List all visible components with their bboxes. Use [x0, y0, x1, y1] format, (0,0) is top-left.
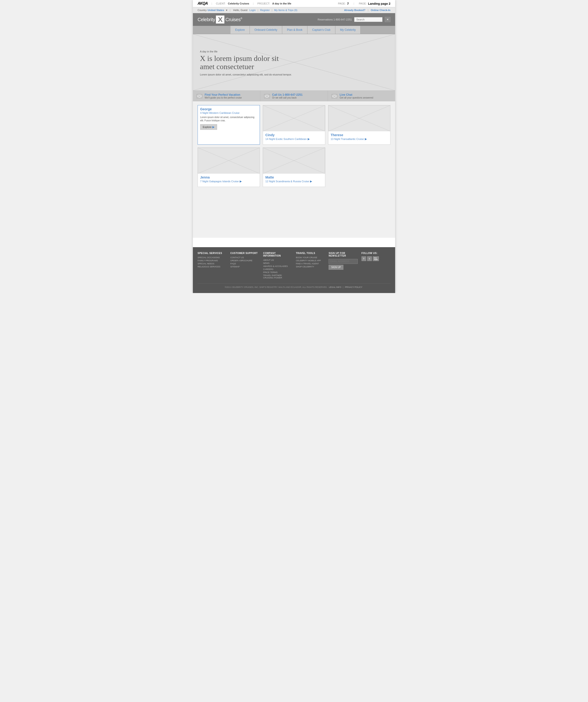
hello-text: Hello, Guest [233, 9, 248, 11]
footer-link-mobile[interactable]: CELEBRITY MOBILE APP [296, 259, 325, 262]
cruise-card-matte: Matte 12 Night Scandinavia & Russia Crui… [263, 147, 325, 187]
card-cruise-therese[interactable]: 13 Night Transatlantic Cruise ▶ [331, 137, 388, 141]
cta-item-call[interactable]: Call Us 1-800-647-2251 Or we will call y… [260, 91, 328, 101]
footer-link-special-needs[interactable]: SPECIAL NEEDS [198, 262, 227, 265]
my-items-link[interactable]: My Items & Trips (9) [274, 9, 297, 11]
content-spacer [193, 191, 395, 238]
footer-col-support: CUSTOMER SUPPORT CONTACT US ORDER A BROC… [230, 252, 259, 279]
explore-button-george[interactable]: Explore ▶ [200, 124, 217, 130]
nav-spacer [193, 26, 231, 34]
nav-item-plan[interactable]: Plan & Book [282, 26, 308, 34]
footer-link-sitemap[interactable]: SITEMAP [230, 265, 259, 268]
footer-title-newsletter: SIGN UP FOR NEWSLETTER [329, 252, 357, 257]
card-cruise-george[interactable]: 4 Night Western Caribbean Cruise [200, 111, 257, 114]
logo-left: Celebrity [198, 17, 215, 22]
project-label: PROJECT: [257, 2, 270, 5]
follow-icons: f t YouTube [361, 256, 390, 261]
facebook-icon[interactable]: f [361, 256, 366, 261]
utility-right: Already Booked? | Online Check-In [344, 9, 390, 11]
cta-title-2: Call Us 1-800-647-2251 [272, 93, 303, 96]
cta-envelope-icon-3 [332, 94, 337, 98]
footer-link-partner[interactable]: TRAVEL PARTNER: CRUISING POWER [263, 274, 292, 279]
footer-link-price[interactable]: PRICE TERMS [263, 271, 292, 273]
card-body-matte: Matte 12 Night Scandinavia & Russia Crui… [263, 173, 325, 187]
footer-link-brochure[interactable]: ORDER A BROCHURE [230, 259, 259, 262]
legal-info-link[interactable]: LEGAL INFO [329, 286, 341, 288]
search-button[interactable]: ✕ [385, 17, 390, 22]
agency-divider2: | [253, 2, 253, 5]
newsletter-email-input[interactable] [329, 259, 357, 264]
hero-subtitle: A day in the life [200, 50, 294, 53]
agency-logo: AKQA [198, 1, 208, 6]
footer-col-newsletter: SIGN UP FOR NEWSLETTER SIGN UP [329, 252, 357, 279]
footer-link-agent[interactable]: FIND A TRAVEL AGENT [296, 262, 325, 265]
privacy-policy-link[interactable]: PRIVACY POLICY [345, 286, 362, 288]
footer: SPECIAL SERVICES SPECIAL OCCASIONS FAMIL… [193, 247, 395, 293]
cta-text-2: Call Us 1-800-647-2251 Or we will call y… [272, 93, 303, 99]
cta-item-chat[interactable]: Live Chat Get all your questions answere… [328, 91, 395, 101]
main-content: George 4 Night Western Caribbean Cruise … [193, 101, 395, 191]
twitter-icon[interactable]: t [367, 256, 372, 261]
footer-link-shop[interactable]: SHOP CELEBRITY [296, 265, 325, 268]
card-image-jenna [198, 148, 260, 173]
cruise-card-therese: Therese 13 Night Transatlantic Cruise ▶ [328, 105, 390, 145]
card-image-cindy [263, 105, 325, 131]
card-cruise-cindy[interactable]: 14 Night Exotic Southern Caribbean ▶ [265, 137, 323, 141]
utility-sep3: | [272, 9, 272, 11]
footer-link-about[interactable]: ABOUT US [263, 259, 292, 261]
card-body-george: George 4 Night Western Caribbean Cruise … [198, 105, 260, 132]
country-label: Country [198, 9, 207, 11]
youtube-icon[interactable]: YouTube [373, 256, 379, 261]
page-label2: PAGE: [359, 2, 367, 5]
footer-link-awards[interactable]: AWARDS & ACCOLADES [263, 265, 292, 267]
footer-link-faqs[interactable]: FAQS [230, 262, 259, 265]
card-name-george: George [200, 107, 257, 111]
card-body-therese: Therese 13 Night Transatlantic Cruise ▶ [328, 131, 390, 144]
footer-link-occasions[interactable]: SPECIAL OCCASIONS [198, 256, 227, 259]
project-value: A day in the life [272, 2, 291, 5]
cruise-card-george: George 4 Night Western Caribbean Cruise … [198, 105, 260, 145]
page-info2: PAGE: Landing page 2 [359, 2, 390, 5]
utility-sep4: | [368, 9, 368, 11]
footer-col-company: COMPANY INFORMATION ABOUT US NEWS AWARDS… [263, 252, 292, 279]
online-checkin-link[interactable]: Online Check-In [371, 9, 390, 11]
explore-label: Explore [203, 126, 212, 128]
main-nav: Explore Onboard Celebrity Plan & Book Ca… [193, 26, 395, 34]
cta-strip: Find Your Perfect Vacation We'll guide y… [193, 91, 395, 101]
footer-link-family[interactable]: FAMILY PROGRAMS [198, 259, 227, 262]
cta-item-vacation[interactable]: Find Your Perfect Vacation We'll guide y… [193, 91, 260, 101]
card-cruise-matte[interactable]: 12 Night Scandinavia & Russia Cruise ▶ [265, 180, 323, 183]
utility-bar: Country United States ▼ | Hello, Guest L… [193, 7, 395, 13]
footer-bottom: ©2011 CELEBRITY CRUISES, INC. SHIP'S REG… [198, 283, 390, 288]
nav-item-captains[interactable]: Captain's Club [308, 26, 335, 34]
footer-link-news[interactable]: NEWS [263, 262, 292, 264]
footer-title-tools: TRAVEL TOOLS [296, 252, 325, 254]
footer-col-special: SPECIAL SERVICES SPECIAL OCCASIONS FAMIL… [198, 252, 227, 279]
search-input[interactable] [354, 17, 382, 22]
nav-item-onboard[interactable]: Onboard Celebrity [250, 26, 282, 34]
cta-sub-2: Or we will call you back [272, 96, 303, 99]
page-num2: Landing page 2 [368, 2, 390, 5]
footer-link-careers[interactable]: CAREERS [263, 268, 292, 270]
footer-link-book[interactable]: BOOK YOUR CRUISE [296, 256, 325, 259]
country-link[interactable]: United States [208, 9, 224, 11]
play-arrow-icon-cindy: ▶ [308, 137, 310, 141]
agency-divider: | [212, 2, 212, 5]
register-link[interactable]: Register [260, 9, 270, 11]
cruise-card-cindy: Cindy 14 Night Exotic Southern Caribbean… [263, 105, 325, 145]
client-value: Celebrity Cruises [228, 2, 249, 5]
nav-item-my[interactable]: My Celebrity [335, 26, 361, 34]
card-cruise-jenna[interactable]: 7 Night Galapagos Islands Cruise ▶ [200, 180, 257, 183]
footer-title-support: CUSTOMER SUPPORT [230, 252, 259, 254]
footer-link-religious[interactable]: RELIGIOUS SERVICES [198, 265, 227, 268]
footer-link-contact[interactable]: CONTACT US [230, 256, 259, 259]
login-link[interactable]: Login [249, 9, 256, 11]
dropdown-arrow[interactable]: ▼ [226, 9, 228, 11]
logo-area: Celebrity X Cruises® [198, 15, 242, 23]
footer-grid: SPECIAL SERVICES SPECIAL OCCASIONS FAMIL… [198, 252, 390, 279]
nav-items: Explore Onboard Celebrity Plan & Book Ca… [231, 26, 395, 34]
footer-sep: | [343, 286, 344, 288]
newsletter-signup-button[interactable]: SIGN UP [329, 265, 343, 270]
nav-item-explore[interactable]: Explore [231, 26, 250, 34]
already-booked-link[interactable]: Already Booked? [344, 9, 365, 11]
